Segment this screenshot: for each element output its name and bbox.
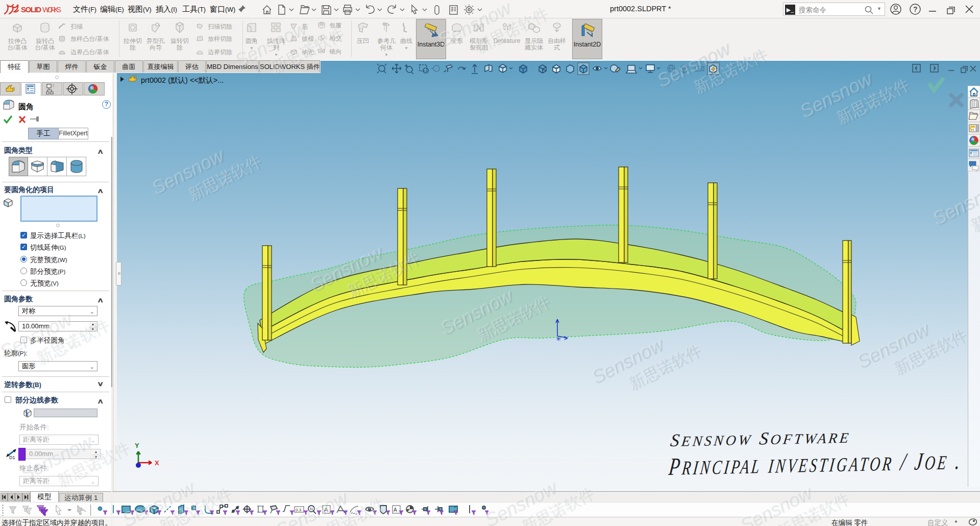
svg-text:?: ? [913, 5, 918, 13]
svg-text:D1: D1 [9, 455, 15, 460]
svg-text:✳: ✳ [556, 336, 561, 343]
svg-text:Y: Y [135, 442, 139, 449]
svg-text:A: A [394, 507, 397, 513]
svg-text:N: N [310, 507, 313, 511]
svg-text:0.3: 0.3 [296, 508, 302, 512]
svg-text:SOLID: SOLID [21, 5, 41, 14]
svg-text:A: A [324, 507, 328, 513]
svg-text:WORKS: WORKS [42, 5, 61, 14]
svg-text:X: X [155, 459, 159, 467]
